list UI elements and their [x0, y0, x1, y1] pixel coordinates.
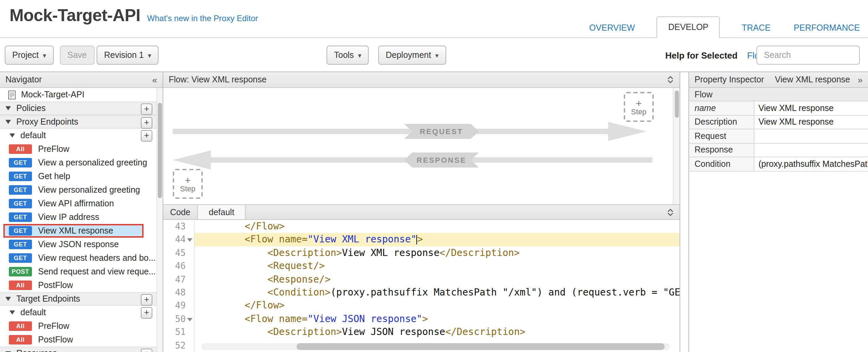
flow-panel-header: Flow: View XML response — [163, 72, 680, 88]
navigator-scrollbar[interactable] — [156, 88, 163, 352]
xml-tag: <Request/> — [267, 260, 325, 271]
nav-item-view-request-headers-and-bo[interactable]: GETView request headers and bo... — [0, 251, 156, 265]
add-button[interactable] — [141, 117, 152, 128]
code-line-47[interactable]: 47 <Response/> — [163, 273, 680, 286]
nav-item-preflow[interactable]: AllPreFlow — [0, 319, 156, 333]
deployment-menu-button[interactable]: Deployment — [378, 46, 446, 65]
nav-item-mock-target-api[interactable]: Mock-Target-API — [0, 88, 156, 101]
code-line-44[interactable]: 44 <Flow name="View XML response"> — [163, 233, 680, 246]
property-inspector-header: Property Inspector View XML response — [689, 72, 868, 88]
code-text: <Flow name="View JSON response"> — [195, 312, 680, 325]
code-editor[interactable]: 43 </Flow>44 <Flow name="View XML respon… — [163, 220, 680, 352]
tab-trace[interactable]: TRACE — [740, 18, 772, 38]
code-line-46[interactable]: 46 <Request/> — [163, 259, 680, 273]
search-input[interactable] — [756, 46, 860, 65]
nav-item-target-endpoints[interactable]: Target Endpoints — [0, 292, 156, 306]
nav-item-postflow[interactable]: AllPostFlow — [0, 333, 156, 347]
nav-item-view-a-personalized-greeting[interactable]: GETView a personalized greeting — [0, 156, 156, 170]
add-button[interactable] — [141, 307, 152, 318]
code-line-43[interactable]: 43 </Flow> — [163, 220, 680, 233]
code-tab-default[interactable]: default — [197, 205, 246, 219]
nav-item-default[interactable]: default — [0, 306, 156, 319]
code-line-45[interactable]: 45 <Description>View XML response</Descr… — [163, 246, 680, 260]
code-line-48[interactable]: 48 <Condition>(proxy.pathsuffix MatchesP… — [163, 286, 680, 299]
code-plain — [199, 287, 267, 298]
nav-item-default[interactable]: default — [0, 129, 156, 142]
expand-caret-icon[interactable] — [5, 106, 11, 110]
code-line-51[interactable]: 51 <Description>View JSON response</Desc… — [163, 325, 680, 339]
step-button-label: Step — [180, 184, 195, 192]
nav-item-postflow[interactable]: AllPostFlow — [0, 278, 156, 292]
request-label-badge: REQUEST — [404, 124, 479, 139]
code-plain — [199, 273, 267, 284]
flow-scrollbar-thumb[interactable] — [674, 91, 679, 118]
code-text: <Description>View JSON response</Descrip… — [195, 325, 680, 339]
request-flow-bar — [173, 129, 608, 134]
add-button[interactable] — [141, 294, 152, 305]
nav-item-preflow[interactable]: AllPreFlow — [0, 142, 156, 156]
tab-develop[interactable]: DEVELOP — [657, 16, 720, 38]
navigator-scrollbar-thumb[interactable] — [158, 103, 162, 198]
nav-item-view-personalized-greeting[interactable]: GETView personalized greeting — [0, 183, 156, 197]
header-tabs: OVERVIEWDEVELOPTRACEPERFORMANCE — [567, 16, 861, 38]
flow-panel-title: Flow: View XML response — [169, 75, 267, 84]
tab-performance[interactable]: PERFORMANCE — [792, 18, 861, 38]
navigator-panel: Navigator Mock-Target-APIPoliciesProxy E… — [0, 72, 163, 352]
property-label: Response — [689, 143, 754, 157]
property-row-condition: Condition(proxy.pathsuffix MatchesPath "… — [689, 157, 868, 171]
add-button[interactable] — [141, 103, 152, 115]
code-panel-title: Code — [163, 205, 197, 219]
collapse-flow-panel-icon[interactable] — [667, 76, 674, 84]
expand-caret-icon[interactable] — [10, 133, 15, 138]
property-label: Request — [689, 129, 754, 143]
nav-item-resources[interactable]: Resources — [0, 347, 156, 352]
tab-overview[interactable]: OVERVIEW — [588, 18, 636, 38]
save-button[interactable]: Save — [60, 46, 94, 65]
nav-item-view-ip-address[interactable]: GETView IP address — [0, 210, 156, 224]
panel-gap — [680, 72, 688, 352]
nav-item-send-request-and-view-reque[interactable]: POSTSend request and view reque... — [0, 265, 156, 278]
code-plain — [199, 300, 245, 311]
expand-caret-icon[interactable] — [5, 120, 11, 124]
code-plain — [199, 234, 245, 245]
nav-item-label: View a personalized greeting — [38, 158, 147, 167]
property-value[interactable]: (proxy.pathsuffix MatchesPath "/x — [754, 157, 868, 171]
nav-item-proxy-endpoints[interactable]: Proxy Endpoints — [0, 115, 156, 129]
property-value[interactable]: View XML response — [754, 115, 868, 129]
property-value[interactable]: View XML response — [754, 101, 868, 115]
nav-item-get-help[interactable]: GETGet help — [0, 170, 156, 183]
add-button[interactable] — [141, 130, 152, 141]
expand-caret-icon[interactable] — [10, 310, 15, 315]
add-request-step-button[interactable]: + Step — [624, 92, 654, 122]
property-value[interactable] — [754, 143, 868, 157]
expand-caret-icon[interactable] — [5, 297, 11, 301]
flow-scrollbar[interactable] — [673, 88, 680, 204]
property-value[interactable] — [754, 129, 868, 143]
tools-menu-button[interactable]: Tools — [327, 46, 369, 65]
nav-item-view-api-affirmation[interactable]: GETView API affirmation — [0, 197, 156, 210]
property-row-name: nameView XML response — [689, 101, 868, 115]
code-horizontal-scrollbar-thumb[interactable] — [297, 343, 665, 350]
code-line-49[interactable]: 49 </Flow> — [163, 299, 680, 313]
nav-item-view-json-response[interactable]: GETView JSON response — [0, 238, 156, 251]
response-label-badge: RESPONSE — [404, 153, 479, 167]
add-response-step-button[interactable]: + Step — [173, 169, 203, 199]
code-horizontal-scrollbar[interactable] — [201, 343, 670, 350]
expand-inspector-icon[interactable] — [858, 75, 863, 85]
collapse-code-panel-icon[interactable] — [667, 205, 674, 219]
nav-item-policies[interactable]: Policies — [0, 101, 156, 115]
code-plain — [199, 247, 267, 258]
code-text: <Flow name="View XML response"> — [195, 233, 680, 246]
whats-new-link[interactable]: What's new in the Proxy Editor — [147, 14, 258, 23]
code-line-50[interactable]: 50 <Flow name="View JSON response"> — [163, 312, 680, 325]
nav-item-view-xml-response[interactable]: GETView XML response — [0, 224, 156, 238]
project-menu-button[interactable]: Project — [5, 46, 54, 65]
navigator-list: Mock-Target-APIPoliciesProxy Endpointsde… — [0, 88, 156, 352]
revision-menu-button[interactable]: Revision 1 — [97, 46, 159, 65]
flow-diagram-canvas: + Step REQUEST RESPONSE + Step — [163, 88, 680, 204]
property-inspector-panel: Property Inspector View XML response Flo… — [688, 72, 868, 352]
add-button[interactable] — [141, 348, 152, 352]
plus-icon: + — [636, 98, 642, 107]
collapse-navigator-icon[interactable] — [152, 75, 157, 85]
code-plain: View JSON response — [342, 326, 445, 337]
